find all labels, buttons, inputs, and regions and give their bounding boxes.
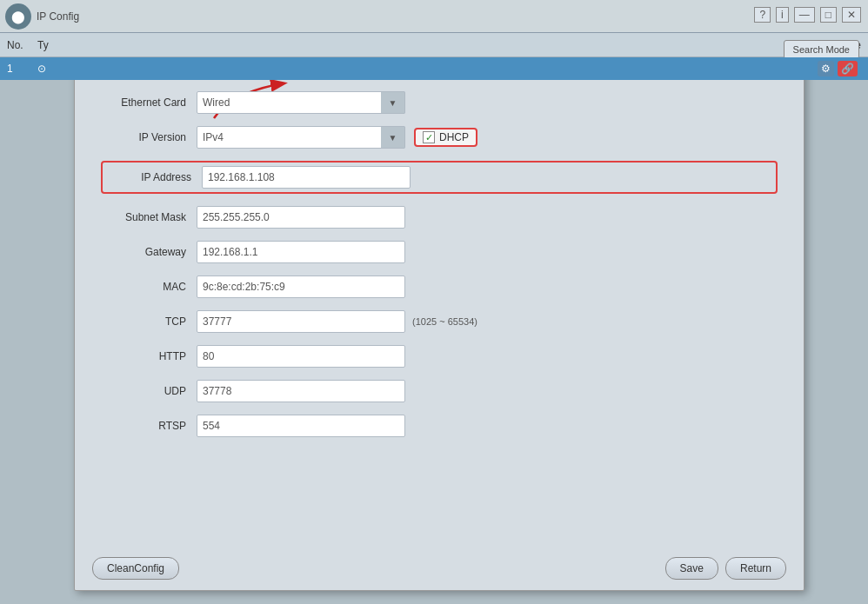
app-header: ⬤ IP Config ? i — □ ✕ (0, 0, 868, 33)
gear-icon[interactable]: ⚙ (818, 61, 834, 76)
config-dialog: Config ✕ 🖼 Video 🌐 Net ✎ Encode 💻 Upgrad… (74, 17, 805, 591)
ethernet-card-row: Ethernet Card Wired ▼ (101, 91, 778, 114)
udp-input[interactable] (197, 380, 405, 402)
footer-btn-group: Save Return (665, 557, 786, 580)
udp-row: UDP (101, 380, 778, 402)
app-logo: ⬤ (5, 3, 31, 30)
ethernet-card-select-wrapper: Wired ▼ (197, 91, 405, 114)
mac-input[interactable] (197, 275, 405, 298)
subnet-mask-row: Subnet Mask (101, 206, 778, 229)
http-row: HTTP (101, 345, 778, 368)
tcp-row: TCP (1025 ~ 65534) (101, 310, 778, 333)
maximize-icon[interactable]: □ (820, 7, 837, 23)
app-close-icon[interactable]: ✕ (842, 7, 861, 23)
ip-address-input[interactable] (202, 166, 411, 189)
subnet-mask-label: Subnet Mask (101, 211, 197, 223)
rtsp-label: RTSP (101, 420, 197, 432)
tcp-label: TCP (101, 315, 197, 328)
dialog-content: Ethernet Card Wired ▼ IP Version IPv4IPv… (75, 74, 804, 467)
http-label: HTTP (101, 350, 197, 362)
ip-version-select-wrapper: IPv4IPv6 ▼ (197, 126, 405, 149)
window-controls: ? i — □ ✕ (754, 7, 861, 23)
dialog-footer: CleanConfig Save Return (75, 557, 804, 580)
device-table-row[interactable]: 1 ⊙ ⚙ 🔗 (0, 57, 868, 80)
search-mode-button[interactable]: Search Mode (784, 40, 859, 59)
rtsp-row: RTSP (101, 415, 778, 437)
http-input[interactable] (197, 345, 405, 368)
ip-address-label: IP Address (106, 171, 202, 183)
ip-address-row: IP Address (101, 161, 778, 194)
col-no: No. (7, 39, 37, 51)
minimize-icon[interactable]: — (794, 7, 815, 23)
return-button[interactable]: Return (725, 557, 786, 580)
udp-label: UDP (101, 385, 197, 397)
tcp-input[interactable] (197, 310, 405, 333)
gateway-input[interactable] (197, 241, 405, 263)
ip-version-row: IP Version IPv4IPv6 ▼ ✓ DHCP (101, 126, 778, 149)
row-actions: ⚙ 🔗 (818, 61, 861, 76)
gateway-row: Gateway (101, 241, 778, 263)
clean-config-button[interactable]: CleanConfig (92, 557, 179, 580)
devices-table-header: No. Ty perate Search Mode (0, 33, 868, 57)
ethernet-card-label: Ethernet Card (101, 96, 197, 109)
row-icon: ⊙ (37, 63, 68, 75)
col-type: Ty (37, 39, 68, 51)
mac-row: MAC (101, 275, 778, 298)
ethernet-card-select[interactable]: Wired (197, 91, 405, 114)
ip-version-label: IP Version (101, 131, 197, 143)
dhcp-checkbox-wrapper[interactable]: ✓ DHCP (414, 128, 477, 147)
dhcp-label: DHCP (439, 131, 469, 143)
row-no: 1 (7, 63, 37, 75)
rtsp-input[interactable] (197, 415, 405, 437)
help-icon[interactable]: ? (754, 7, 771, 23)
ip-version-select[interactable]: IPv4IPv6 (197, 126, 405, 149)
save-button[interactable]: Save (665, 557, 718, 580)
link-icon[interactable]: 🔗 (838, 61, 858, 76)
mac-label: MAC (101, 281, 197, 293)
dhcp-checkbox[interactable]: ✓ (423, 131, 435, 143)
gateway-label: Gateway (101, 246, 197, 258)
app-name-label: IP Config (37, 10, 79, 23)
tcp-range-hint: (1025 ~ 65534) (412, 316, 477, 327)
info-icon[interactable]: i (776, 7, 789, 23)
subnet-mask-input[interactable] (197, 206, 405, 229)
